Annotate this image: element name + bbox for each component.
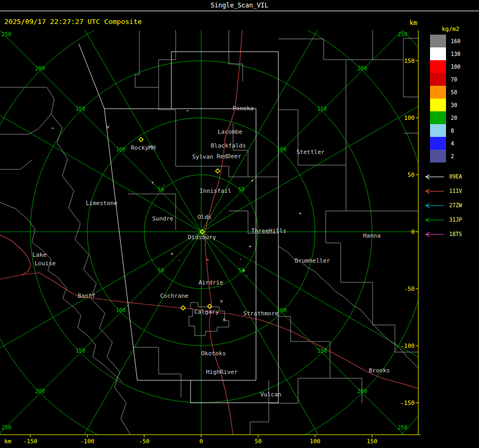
map-symbol: ^ bbox=[206, 258, 209, 264]
legend-scale-row: 8 bbox=[430, 124, 460, 137]
legend-value-label: 20 bbox=[451, 115, 457, 121]
county-boundary bbox=[159, 30, 176, 87]
radar-id-label: 111V bbox=[449, 188, 462, 194]
right-axis-tick-label: 0 bbox=[411, 229, 415, 235]
radial-line bbox=[15, 0, 201, 232]
legend-scale-row: 160 bbox=[430, 35, 460, 47]
legend-color-box bbox=[430, 47, 446, 60]
legend-value-label: 30 bbox=[451, 102, 457, 108]
bottom-axis-tick-label: 0 bbox=[200, 438, 203, 445]
radar-arrow-icon bbox=[423, 174, 446, 180]
bottom-axis-tick-label: 100 bbox=[310, 438, 320, 445]
ring-distance-label: 100 bbox=[116, 307, 126, 313]
city-label: Louise bbox=[35, 260, 56, 267]
city-label: Airdrie bbox=[199, 279, 223, 286]
legend-color-box bbox=[430, 35, 446, 47]
ring-distance-label: 150 bbox=[76, 106, 85, 112]
legend-radar-row: 31JP bbox=[423, 213, 462, 227]
city-label: Vulcan bbox=[260, 391, 282, 398]
map-symbol: · bbox=[178, 258, 180, 263]
county-boundary bbox=[47, 87, 130, 435]
legend-scale-row: 130 bbox=[430, 47, 460, 60]
city-label: RockyMH bbox=[131, 144, 155, 151]
right-axis-tick-label: 50 bbox=[408, 172, 415, 178]
county-boundary bbox=[326, 165, 373, 325]
city-label: Limestone bbox=[86, 200, 118, 207]
bottom-axis-tick-label: 50 bbox=[254, 438, 261, 445]
legend-color-box bbox=[430, 99, 446, 111]
radar-arrow-icon bbox=[423, 188, 446, 194]
ring-distance-label: 200 bbox=[358, 66, 367, 71]
radar-arrow-icon bbox=[423, 217, 446, 223]
map-symbol: + bbox=[151, 180, 154, 185]
right-axis-tick-label: -150 bbox=[401, 400, 415, 406]
county-boundary bbox=[133, 347, 181, 397]
city-label: Ponoka bbox=[233, 105, 254, 112]
county-boundary bbox=[278, 316, 362, 403]
ring-distance-label: 200 bbox=[358, 388, 367, 394]
legend-value-label: 160 bbox=[451, 38, 460, 44]
legend-radar-row: 09EA bbox=[423, 169, 462, 184]
legend-radar-list: 09EA111V27ZW31JP18TS bbox=[423, 169, 462, 241]
radial-line bbox=[201, 232, 479, 418]
city-label: Calgary bbox=[194, 308, 219, 315]
legend-color-box bbox=[430, 150, 446, 162]
legend-radar-row: 111V bbox=[423, 184, 462, 198]
radar-id-label: 31JP bbox=[449, 217, 462, 223]
city-label: Lacombe bbox=[218, 128, 242, 135]
bottom-axis-unit: km bbox=[4, 438, 12, 445]
legend-color-box bbox=[430, 137, 446, 150]
ring-distance-label: 200 bbox=[35, 66, 45, 71]
city-label: Sundre bbox=[152, 215, 174, 222]
radar-id-label: 18TS bbox=[449, 231, 462, 237]
legend-color-box bbox=[430, 60, 446, 73]
city-label: Olds bbox=[197, 214, 212, 221]
map-symbol: ^ bbox=[51, 127, 54, 132]
right-axis-tick-label: -50 bbox=[404, 286, 415, 292]
map-symbol: * bbox=[242, 269, 245, 274]
county-boundary bbox=[373, 38, 418, 60]
city-label: HighRiver bbox=[206, 369, 238, 376]
county-boundary bbox=[229, 30, 243, 81]
map-symbol: v bbox=[220, 298, 222, 304]
ring-distance-label: 250 bbox=[398, 31, 407, 37]
city-label: RedDeer bbox=[217, 153, 242, 160]
radar-id-label: 09EA bbox=[449, 174, 462, 180]
legend-color-scale: 16013010070503020842 bbox=[430, 35, 460, 162]
legend-scale-row: 50 bbox=[430, 86, 460, 99]
legend-scale-row: 20 bbox=[430, 111, 460, 124]
county-boundary bbox=[278, 246, 418, 368]
legend-radar-row: 27ZW bbox=[423, 198, 462, 213]
radar-arrow-shape bbox=[426, 203, 444, 208]
legend-value-label: 2 bbox=[451, 153, 454, 159]
bottom-axis-tick-label: 150 bbox=[367, 438, 377, 445]
county-boundary bbox=[0, 202, 122, 382]
radar-arrow-shape bbox=[426, 232, 444, 237]
legend-value-label: 130 bbox=[451, 51, 460, 57]
ring-distance-label: 100 bbox=[277, 146, 286, 152]
ring-distance-label: 150 bbox=[76, 348, 85, 354]
radial-line bbox=[201, 232, 387, 448]
city-label: ThreeHills bbox=[251, 227, 286, 234]
radar-site-marker bbox=[139, 137, 143, 142]
ring-distance-label: 150 bbox=[317, 106, 327, 112]
city-label: Banff bbox=[78, 292, 95, 299]
city-label: Stettler bbox=[296, 149, 325, 156]
map-symbol: · bbox=[239, 257, 242, 262]
right-axis-tick-label: -100 bbox=[401, 343, 415, 349]
radar-arrow-shape bbox=[426, 218, 444, 222]
right-axis-tick-label: 150 bbox=[404, 58, 415, 64]
city-label: Cochrane bbox=[160, 292, 188, 299]
map-symbol: · bbox=[162, 183, 165, 188]
legend-color-box bbox=[430, 86, 446, 99]
ring-distance-label: 50 bbox=[238, 186, 245, 192]
right-axis-tick-label: 100 bbox=[404, 115, 415, 121]
map-symbol: + bbox=[299, 210, 302, 216]
map-symbol: + bbox=[249, 243, 252, 249]
county-boundary bbox=[0, 114, 51, 134]
city-label: Sylvan bbox=[192, 153, 213, 160]
radar-map-display[interactable]: 5050505010010010010015015015015020020020… bbox=[0, 0, 479, 448]
highway-line bbox=[0, 235, 31, 275]
legend-color-box bbox=[430, 124, 446, 137]
radial-line bbox=[201, 232, 465, 448]
